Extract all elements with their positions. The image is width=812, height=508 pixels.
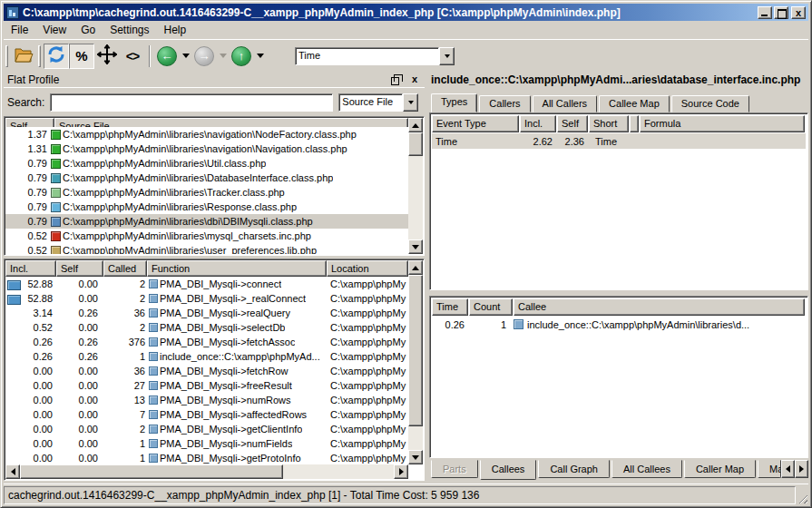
function-row[interactable]: 0.000.0036PMA_DBI_Mysqli->fetchRowC:\xam… [5, 364, 408, 378]
file-row[interactable]: 0.79C:\xampp\phpMyAdmin\libraries\Tracke… [5, 185, 408, 200]
dock-layout-button[interactable] [94, 44, 120, 69]
bottom-tab-call-graph[interactable]: Call Graph [538, 460, 610, 478]
col-header-formula[interactable]: Formula [640, 115, 805, 132]
function-scrollbar-h[interactable] [5, 464, 408, 479]
function-row[interactable]: 0.260.26376PMA_DBI_Mysqli->fetchAssocC:\… [5, 335, 408, 349]
event-row[interactable]: Time2.622.36Time [432, 133, 806, 149]
tab-scroll-right[interactable] [795, 460, 808, 478]
minimize-button[interactable] [758, 6, 772, 19]
file-row[interactable]: 1.37C:\xampp\phpMyAdmin\libraries\naviga… [5, 127, 408, 142]
menu-item-file[interactable]: File [4, 22, 35, 38]
grouping-dropdown-button[interactable] [403, 93, 418, 112]
event-type-combobox[interactable]: Time [295, 47, 455, 65]
scroll-thumb[interactable] [408, 132, 423, 156]
bottom-tab-callees[interactable]: Callees [480, 460, 537, 480]
col-header-fself[interactable]: Self [56, 260, 103, 277]
function-row[interactable]: 0.000.0013PMA_DBI_Mysqli->numRowsC:\xamp… [5, 393, 408, 407]
col-header-function[interactable]: Function [147, 260, 327, 277]
scroll-thumb[interactable] [408, 275, 423, 426]
expand-button[interactable]: <> [120, 44, 145, 69]
forward-button[interactable]: → [191, 44, 217, 69]
col-header-eself[interactable]: Self [557, 115, 588, 132]
grouping-combobox[interactable]: Source File [338, 93, 418, 112]
up-dropdown[interactable] [254, 44, 266, 69]
col-header-event-type[interactable]: Event Type [432, 115, 519, 132]
function-row[interactable]: 0.000.001PMA_DBI_Mysqli->numFieldsC:\xam… [5, 436, 408, 451]
callee-row[interactable]: 0.261include_once::C:\xampp\phpMyAdmin\l… [432, 317, 806, 332]
scroll-right-button[interactable] [394, 464, 408, 479]
resize-grip[interactable] [796, 486, 808, 504]
col-header-eincl[interactable]: Incl. [520, 115, 556, 132]
back-dropdown[interactable] [180, 44, 191, 69]
toolbar-handle-2[interactable] [38, 45, 41, 67]
open-file-button[interactable] [11, 44, 36, 69]
function-row[interactable]: 0.000.0027PMA_DBI_Mysqli->freeResultC:\x… [5, 378, 408, 393]
called-value: 1 [103, 351, 147, 362]
file-row[interactable]: 1.31C:\xampp\phpMyAdmin\libraries\naviga… [5, 142, 408, 156]
col-header-count[interactable]: Count [469, 298, 513, 316]
function-row[interactable]: 0.520.002PMA_DBI_Mysqli->selectDbC:\xamp… [5, 320, 408, 335]
menu-item-view[interactable]: View [35, 22, 73, 38]
scroll-up-button[interactable] [408, 118, 423, 132]
float-icon[interactable] [390, 74, 403, 85]
function-row[interactable]: 0.000.002PMA_DBI_Mysqli->getClientInfoC:… [5, 422, 408, 436]
source-file-icon [51, 246, 61, 255]
col-header-location[interactable]: Location [327, 260, 408, 277]
col-header-incl[interactable]: Incl. [5, 260, 56, 277]
combo-dropdown-button[interactable] [439, 47, 455, 65]
scroll-down-button[interactable] [408, 450, 423, 464]
scroll-thumb[interactable] [20, 464, 283, 479]
bottom-tab-machine[interactable]: Machine [758, 460, 781, 478]
col-header-callee[interactable]: Callee [514, 298, 805, 316]
file-row[interactable]: 0.79C:\xampp\phpMyAdmin\libraries\Databa… [5, 171, 408, 185]
back-button[interactable]: ← [154, 44, 180, 69]
file-list-scrollbar[interactable] [408, 118, 423, 254]
file-row[interactable]: 0.79C:\xampp\phpMyAdmin\libraries\Util.c… [5, 156, 408, 171]
incl-value: 0.00 [5, 453, 56, 464]
relative-cost-button[interactable] [44, 44, 69, 69]
col-header-time[interactable]: Time [432, 298, 468, 316]
title-bar[interactable]: C:\xampp\tmp\cachegrind.out.1416463299-C… [4, 4, 808, 21]
file-row[interactable]: 0.52C:\xampp\phpMyAdmin\libraries\user_p… [5, 243, 408, 254]
scroll-up-button[interactable] [408, 260, 423, 275]
col-header-called[interactable]: Called [103, 260, 147, 277]
function-name: PMA_DBI_Mysqli->connect [160, 278, 281, 289]
maximize-button[interactable] [774, 6, 788, 19]
col-header-short[interactable]: Short [589, 115, 629, 132]
tab-callers[interactable]: Callers [479, 95, 530, 112]
forward-dropdown[interactable] [217, 44, 229, 69]
dock-header[interactable]: Flat Profile x [4, 72, 425, 88]
tab-source-code[interactable]: Source Code [671, 95, 749, 112]
selected-function-title: include_once::C:\xampp\phpMyAdmi...aries… [431, 73, 807, 89]
dock-close-icon[interactable]: x [408, 74, 421, 85]
bottom-tab-all-callees[interactable]: All Callees [611, 460, 682, 478]
tab-types[interactable]: Types [431, 93, 477, 112]
file-row[interactable]: 0.79C:\xampp\phpMyAdmin\libraries\Respon… [5, 200, 408, 214]
function-row[interactable]: 3.140.2636PMA_DBI_Mysqli->realQueryC:\xa… [5, 306, 408, 320]
menu-item-help[interactable]: Help [157, 22, 194, 38]
close-button[interactable]: x [791, 6, 806, 19]
function-row[interactable]: 0.000.001PMA_DBI_Mysqli->getProtoInfoC:\… [5, 451, 408, 464]
menu-item-go[interactable]: Go [73, 22, 103, 38]
window-title: C:\xampp\tmp\cachegrind.out.1416463299-C… [23, 6, 754, 19]
tab-scroll-left[interactable] [781, 460, 795, 478]
toolbar-handle[interactable] [5, 45, 8, 67]
function-row[interactable]: 0.260.261include_once::C:\xampp\phpMyAd.… [5, 349, 408, 364]
scroll-down-button[interactable] [408, 239, 423, 254]
menu-item-settings[interactable]: Settings [103, 22, 156, 38]
bottom-tab-caller-map[interactable]: Caller Map [684, 460, 756, 478]
file-row[interactable]: 0.52C:\xampp\phpMyAdmin\libraries\mysql_… [5, 229, 408, 243]
scroll-left-button[interactable] [5, 464, 20, 479]
up-button[interactable]: ↑ [229, 44, 254, 69]
search-input[interactable] [50, 93, 333, 112]
col-header-spacer[interactable] [630, 115, 639, 132]
file-row[interactable]: 0.79C:\xampp\phpMyAdmin\libraries\dbi\DB… [5, 214, 408, 229]
percentage-button[interactable]: % [69, 44, 94, 69]
function-name: PMA_DBI_Mysqli->realQuery [160, 308, 290, 318]
function-row[interactable]: 52.880.002PMA_DBI_Mysqli->_realConnectC:… [5, 291, 408, 306]
tab-callee-map[interactable]: Callee Map [599, 95, 670, 112]
function-row[interactable]: 0.000.007PMA_DBI_Mysqli->affectedRowsC:\… [5, 407, 408, 422]
function-scrollbar-v[interactable] [408, 260, 423, 464]
function-row[interactable]: 52.880.002PMA_DBI_Mysqli->connectC:\xamp… [5, 277, 408, 291]
tab-all-callers[interactable]: All Callers [533, 95, 598, 112]
